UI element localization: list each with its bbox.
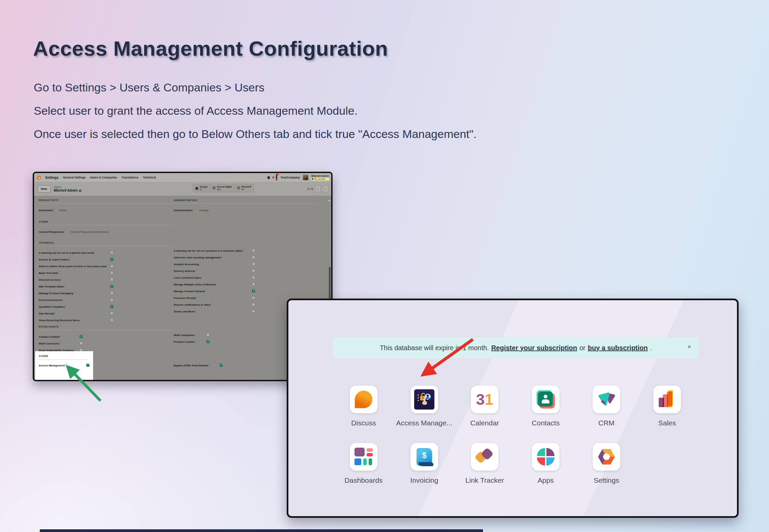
app-label: Apps bbox=[538, 476, 554, 484]
field-label: Show Lead Menu bbox=[174, 309, 252, 313]
checkbox[interactable] bbox=[110, 291, 113, 295]
page-title: Access Management Configuration bbox=[33, 36, 388, 60]
field-label: Show Recurring Revenues Menu bbox=[39, 318, 110, 322]
stat-buttons: Groups21 Access Rights554 Record R94 bbox=[193, 184, 254, 192]
groups-icon bbox=[195, 187, 198, 190]
app-apps[interactable]: Apps bbox=[516, 443, 575, 484]
section-header: EXTRA RIGHTS bbox=[39, 325, 173, 330]
buy-subscription-link[interactable]: buy a subscription bbox=[588, 344, 648, 352]
link-tracker-app-icon bbox=[475, 447, 494, 466]
stat-record-rules[interactable]: Record R94 bbox=[235, 184, 254, 192]
app-dashboards[interactable]: Dashboards bbox=[334, 443, 393, 484]
section-administration: ADMINISTRATION AdministrationSettings bbox=[174, 199, 317, 212]
user-menu[interactable]: Mitchell Admin db_access bbox=[311, 175, 329, 180]
checkbox[interactable] bbox=[252, 269, 255, 272]
checkbox[interactable] bbox=[252, 310, 255, 313]
checkbox[interactable] bbox=[252, 249, 255, 252]
menu-translations[interactable]: Translations bbox=[121, 176, 138, 179]
checkbox[interactable] bbox=[110, 318, 113, 321]
activities-icon[interactable] bbox=[276, 174, 277, 180]
checkbox[interactable] bbox=[110, 278, 113, 281]
gear-icon[interactable] bbox=[79, 190, 81, 192]
scroll-up-icon[interactable] bbox=[328, 198, 331, 201]
checkbox[interactable] bbox=[110, 251, 113, 254]
app-discuss[interactable]: Discuss bbox=[334, 386, 393, 427]
checkbox[interactable] bbox=[252, 303, 255, 306]
field-label: Multi Currencies bbox=[39, 341, 80, 345]
breadcrumb-record: Mitchell Admin bbox=[54, 189, 78, 192]
checkbox[interactable] bbox=[110, 285, 113, 288]
app-crm[interactable]: CRM bbox=[577, 386, 636, 427]
apps-app-icon bbox=[537, 448, 554, 466]
app-sales[interactable]: Sales bbox=[637, 386, 697, 427]
checkbox[interactable] bbox=[206, 340, 209, 343]
app-label: Contacts bbox=[532, 419, 560, 427]
menu-users-companies[interactable]: Users & Companies bbox=[90, 176, 117, 179]
user-avatar[interactable] bbox=[303, 175, 308, 180]
access-management-checkbox[interactable] bbox=[86, 364, 89, 367]
app-label: Settings bbox=[594, 476, 619, 484]
checkbox[interactable] bbox=[206, 333, 209, 336]
company-switcher[interactable]: YourCompany bbox=[280, 176, 300, 179]
banner-or: or bbox=[579, 344, 586, 352]
field-value[interactable]: Canned Response Administrator bbox=[70, 230, 109, 233]
checkbox[interactable] bbox=[110, 271, 113, 274]
activities-badge bbox=[277, 173, 279, 175]
section-header: OTHER bbox=[39, 220, 173, 225]
menu-general-settings[interactable]: General Settings bbox=[63, 176, 86, 179]
breadcrumb: Users Mitchell Admin bbox=[54, 186, 82, 192]
app-calendar[interactable]: 31 Calendar bbox=[455, 386, 514, 427]
pager-next-button[interactable]: › bbox=[323, 186, 329, 192]
banner-close-icon[interactable]: × bbox=[687, 343, 691, 351]
field-label: Lock Confirmed Sales bbox=[174, 276, 252, 279]
checkbox[interactable] bbox=[252, 283, 255, 286]
field-value[interactable]: Settings bbox=[199, 209, 209, 212]
checkbox[interactable] bbox=[252, 289, 255, 292]
app-invoicing[interactable]: $ Invoicing bbox=[395, 443, 454, 484]
field-label: Pro-forma Invoices bbox=[39, 298, 110, 302]
menu-technical[interactable]: Technical bbox=[143, 176, 156, 179]
register-subscription-link[interactable]: Register your subscription bbox=[491, 344, 577, 352]
user-name: Mitchell Admin bbox=[311, 175, 329, 177]
field-label: Analytic Accounting bbox=[174, 262, 252, 266]
section-other-right: Bypass HTML Field Sanitize bbox=[174, 362, 223, 368]
field-label: Mail Template Editor bbox=[39, 284, 110, 288]
menu-settings-app[interactable]: Settings bbox=[45, 176, 58, 179]
apps-dashboard-window: This database will expire in 1 month. Re… bbox=[287, 299, 739, 518]
checkbox[interactable] bbox=[110, 264, 113, 268]
stat-groups[interactable]: Groups21 bbox=[193, 184, 210, 192]
checkbox[interactable] bbox=[110, 305, 113, 308]
field-value[interactable]: Admin bbox=[59, 209, 67, 212]
pager-prev-button[interactable]: ‹ bbox=[315, 186, 321, 192]
new-button[interactable]: New bbox=[37, 185, 51, 193]
checkbox[interactable] bbox=[80, 342, 83, 345]
checkbox[interactable] bbox=[252, 276, 255, 279]
pager: 4 / 6 ‹ › bbox=[307, 186, 329, 192]
checkbox[interactable] bbox=[252, 256, 255, 259]
field-label: Dashboard bbox=[39, 208, 54, 212]
debug-icon[interactable] bbox=[267, 176, 270, 179]
field-label: Receive notifications in Odoo bbox=[174, 303, 252, 306]
section-technical-right: A warning can be set on a product or a c… bbox=[174, 247, 255, 314]
section-productivity: PRODUCTIVITY DashboardAdmin bbox=[39, 199, 173, 212]
app-contacts[interactable]: Contacts bbox=[516, 386, 575, 427]
database-icon bbox=[312, 178, 313, 180]
checkbox[interactable] bbox=[80, 335, 83, 338]
checkbox[interactable] bbox=[252, 262, 255, 265]
checkbox[interactable] bbox=[110, 312, 113, 315]
checkbox[interactable] bbox=[220, 364, 223, 367]
page: { "page": { "title": "Access Management … bbox=[0, 0, 769, 532]
app-settings[interactable]: Settings bbox=[577, 443, 636, 484]
field-label: Administration bbox=[174, 208, 194, 212]
invoicing-app-icon: $ bbox=[417, 448, 432, 466]
stat-access-rights[interactable]: Access Rights554 bbox=[210, 184, 235, 192]
field-label: Access to export feature bbox=[39, 257, 110, 261]
instruction-line-3: Once user is selected then go to Below O… bbox=[34, 126, 477, 142]
checkbox[interactable] bbox=[110, 258, 113, 261]
app-link-tracker[interactable]: Link Tracker bbox=[455, 443, 514, 484]
settings-app-icon bbox=[598, 448, 615, 465]
checkbox[interactable] bbox=[252, 296, 255, 299]
checkbox[interactable] bbox=[110, 298, 113, 301]
app-access-management[interactable]: Access Manage... bbox=[395, 386, 454, 427]
access-rights-icon bbox=[212, 187, 216, 190]
